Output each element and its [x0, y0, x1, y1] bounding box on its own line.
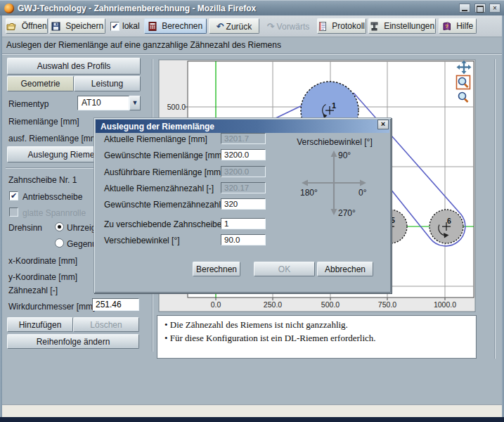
compass-icon: [292, 148, 380, 219]
compass-title: Verschiebewinkel [°]: [292, 137, 377, 147]
minimize-icon: [462, 10, 467, 11]
tab-geometrie[interactable]: Geometrie: [7, 76, 74, 91]
field-label-aktuelle-zaehnezahl: Aktuelle Riemenzähnezahl [-]: [104, 184, 214, 193]
compass-180-label: 180°: [300, 188, 318, 198]
riementyp-select[interactable]: AT10: [77, 96, 129, 110]
main-toolbar: Öffnen Speichern ✔ lokal Berechnen ↶Zurü…: [2, 15, 502, 37]
wirkdurchmesser-input[interactable]: 251.46: [92, 298, 139, 311]
pulley-1-number: 1: [332, 101, 336, 110]
message-line: Die Zähnezahl des Riemens ist nicht ganz…: [164, 319, 469, 331]
delete-button[interactable]: Löschen: [73, 317, 139, 332]
field-gewuenschte-riemenlaenge[interactable]: 3200.0: [221, 149, 266, 160]
y-koordinate-label: y-Koordinate [mm]: [8, 272, 77, 282]
floppy-disk-icon: [51, 22, 60, 31]
tab-leistung[interactable]: Leistung: [74, 76, 141, 91]
field-verschiebewinkel[interactable]: 90.0: [221, 234, 266, 245]
field-label-ausfuehrbare-riemenlaenge: Ausführbare Riemenlänge [mm]: [104, 167, 223, 177]
calculate-button[interactable]: Berechnen: [144, 18, 207, 34]
drehsinn-ccw-radio[interactable]: [55, 238, 64, 248]
x-koordinate-label: x-Koordinate [mm]: [8, 256, 77, 266]
local-checkbox[interactable]: ✔: [110, 22, 119, 31]
help-label: Hilfe: [456, 21, 473, 31]
right-panel-edge: [494, 59, 495, 359]
back-button[interactable]: ↶Zurück: [209, 18, 259, 34]
profile-select-button[interactable]: Auswahl des Profils: [7, 58, 141, 75]
dialog-titlebar[interactable]: Auslegung der Riemenlänge: [96, 120, 389, 133]
field-label-verschiebewinkel: Verschiebewinkel [°]: [104, 236, 180, 245]
ausf-riemenlaenge-label: ausf. Riemenlänge [mm]: [8, 134, 100, 143]
protocol-label: Protokoll: [332, 21, 365, 31]
forward-arrow-icon: ↷: [267, 21, 275, 32]
tools-icon: [370, 22, 379, 31]
calculate-label: Berechnen: [162, 21, 202, 31]
x-axis-label-0: 0.0: [211, 300, 221, 309]
firefox-icon: [4, 4, 14, 13]
field-label-gewuenschte-riemenlaenge: Gewünschte Riemenlänge [mm]: [104, 151, 224, 160]
back-label: Zurück: [226, 22, 252, 32]
message-box: Die Zähnezahl des Riemens ist nicht ganz…: [157, 315, 477, 359]
x-axis-label-250: 250.0: [264, 300, 282, 309]
x-axis-label-1000: 1000.0: [434, 300, 456, 309]
app-window: GWJ-Technology - Zahnriemenberechnung - …: [0, 0, 504, 422]
status-bar: [2, 404, 502, 417]
save-button[interactable]: Speichern: [49, 18, 105, 34]
field-label-aktuelle-riemenlaenge: Aktuelle Riemenlänge [mm]: [104, 134, 207, 144]
pulley-6[interactable]: 6: [429, 210, 463, 243]
spannrolle-checkbox[interactable]: [9, 207, 18, 217]
settings-button[interactable]: Einstellungen: [368, 18, 436, 34]
riementyp-dropdown-arrow[interactable]: ▼: [129, 96, 141, 110]
zaehnezahl-label: Zähnezahl [-]: [8, 286, 58, 295]
dialog-calculate-button[interactable]: Berechnen: [193, 262, 240, 276]
dialog-cancel-button[interactable]: Abbrechen: [317, 262, 373, 276]
maximize-button[interactable]: [474, 4, 486, 13]
compass-270-label: 270°: [338, 208, 356, 218]
save-label: Speichern: [65, 21, 103, 31]
dialog-close-button[interactable]: ×: [377, 120, 389, 129]
riementyp-label: Riementyp: [8, 99, 49, 109]
field-aktuelle-riemenlaenge: 3201.7: [221, 133, 266, 144]
x-axis-label-750: 750.0: [378, 300, 396, 309]
local-checkbox-label: lokal: [122, 21, 140, 31]
pulley-6-number: 6: [447, 217, 451, 225]
field-gewuenschte-zaehnezahl[interactable]: 320: [221, 198, 266, 210]
help-book-icon: ?: [442, 22, 451, 31]
compass-90-label: 90°: [338, 151, 351, 160]
drehsinn-label: Drehsinn: [8, 223, 42, 233]
back-arrow-icon: ↶: [217, 21, 224, 32]
window-titlebar: GWJ-Technology - Zahnriemenberechnung - …: [0, 0, 504, 15]
folder-open-icon: [6, 23, 16, 31]
field-ausfuehrbare-riemenlaenge: 3200.0: [221, 166, 266, 177]
riemenlaenge-label: Riemenlänge [mm]: [8, 117, 79, 127]
window-bottom-edge: [0, 417, 504, 422]
open-label: Öffnen: [22, 21, 47, 31]
window-title: GWJ-Technology - Zahnriemenberechnung - …: [18, 4, 256, 13]
antriebsscheibe-label: Antriebsscheibe: [22, 192, 82, 202]
wirkdurchmesser-label: Wirkdurchmesser [mm]: [8, 302, 95, 312]
settings-label: Einstellungen: [384, 21, 434, 31]
x-axis-label-500: 500.0: [321, 300, 340, 309]
maximize-icon: [477, 6, 484, 13]
drehsinn-cw-radio[interactable]: [55, 222, 64, 231]
field-label-zahnscheibe: Zu verschiebende Zahnscheibe: [104, 219, 221, 229]
protocol-button[interactable]: Protokoll: [317, 18, 366, 34]
svg-text:?: ?: [445, 23, 448, 30]
add-button[interactable]: Hinzufügen: [7, 317, 73, 332]
compass-0-label: 0°: [358, 188, 366, 198]
antriebsscheibe-checkbox[interactable]: ✔: [9, 191, 18, 200]
spannrolle-label: glatte Spannrolle: [22, 208, 86, 218]
zahnscheibe-header: Zahnscheibe Nr. 1: [8, 175, 77, 185]
field-label-gewuenschte-zaehnezahl: Gewünschte Riemenzähnezahl [-]: [104, 200, 231, 210]
page-title: Auslegen der Riemenlänge auf eine ganzza…: [2, 37, 502, 54]
field-zahnscheibe[interactable]: 1: [221, 218, 266, 229]
dialog-ok-button[interactable]: OK: [254, 262, 315, 276]
help-button[interactable]: ? Hilfe: [439, 18, 477, 34]
document-icon: [318, 22, 327, 31]
forward-button[interactable]: ↷Vorwärts: [261, 18, 315, 34]
message-line: Für diese Konfiguration ist ein DL-Rieme…: [164, 333, 469, 344]
auslegung-dialog: Auslegung der Riemenlänge × Aktuelle Rie…: [93, 117, 392, 293]
open-button[interactable]: Öffnen: [6, 18, 48, 34]
close-button[interactable]: ×: [489, 4, 500, 13]
minimize-button[interactable]: [459, 4, 470, 13]
reorder-button[interactable]: Reihenfolge ändern: [7, 334, 139, 349]
field-aktuelle-zaehnezahl: 320.17: [221, 182, 266, 193]
